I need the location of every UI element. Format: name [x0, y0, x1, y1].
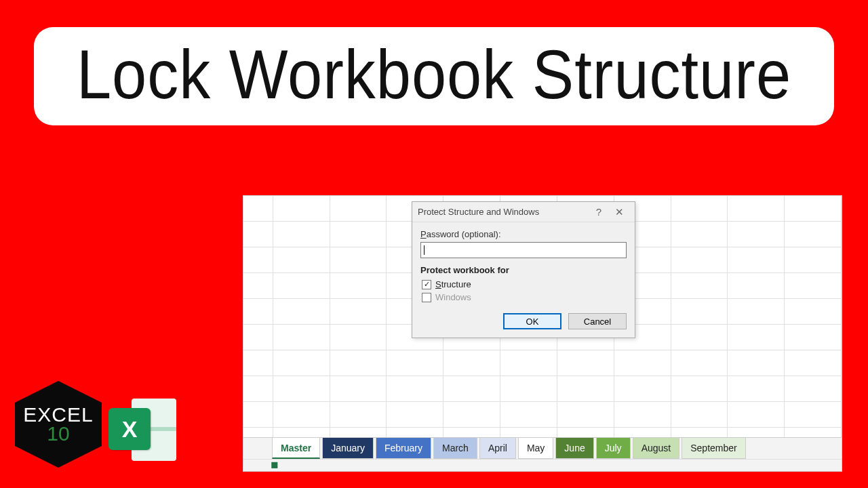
- structure-checkbox-label: Structure: [435, 279, 471, 289]
- grid-cell[interactable]: [728, 299, 785, 325]
- password-input[interactable]: [420, 242, 627, 258]
- grid-cell[interactable]: [243, 350, 273, 376]
- grid-cell[interactable]: [443, 350, 500, 376]
- grid-cell[interactable]: [728, 376, 785, 402]
- grid-cell[interactable]: [443, 376, 500, 402]
- grid-cell[interactable]: [728, 247, 785, 273]
- grid-cell[interactable]: [330, 273, 387, 299]
- grid-cell[interactable]: [728, 196, 785, 222]
- grid-cell[interactable]: [500, 376, 557, 402]
- help-icon[interactable]: ?: [589, 206, 609, 218]
- sheet-tab-april[interactable]: April: [479, 438, 516, 459]
- grid-cell[interactable]: [785, 402, 842, 428]
- grid-cell[interactable]: [330, 247, 387, 273]
- sheet-tab-master[interactable]: Master: [272, 438, 320, 459]
- grid-cell[interactable]: [728, 273, 785, 299]
- sheet-tab-march[interactable]: March: [433, 438, 477, 459]
- grid-cell[interactable]: [330, 350, 387, 376]
- grid-cell[interactable]: [557, 402, 614, 428]
- grid-cell[interactable]: [273, 325, 330, 350]
- dialog-body: Password (optional): Protect workbook fo…: [412, 222, 635, 338]
- grid-cell[interactable]: [330, 325, 387, 350]
- grid-cell[interactable]: [243, 376, 273, 402]
- sheet-tabs-bar: MasterJanuaryFebruaryMarchAprilMayJuneJu…: [243, 437, 842, 459]
- grid-cell[interactable]: [387, 350, 443, 376]
- grid-cell[interactable]: [330, 402, 387, 428]
- grid-row: [243, 402, 842, 428]
- grid-cell[interactable]: [785, 350, 842, 376]
- grid-cell[interactable]: [243, 247, 273, 273]
- protect-for-label: Protect workbook for: [420, 265, 627, 275]
- sheet-tab-july[interactable]: July: [596, 438, 631, 459]
- excel-x-icon: X: [108, 408, 151, 450]
- grid-cell[interactable]: [785, 247, 842, 273]
- grid-cell[interactable]: [614, 402, 671, 428]
- sheet-tab-february[interactable]: February: [376, 438, 431, 459]
- grid-cell[interactable]: [273, 222, 330, 247]
- grid-cell[interactable]: [243, 273, 273, 299]
- grid-cell[interactable]: [443, 402, 500, 428]
- grid-cell[interactable]: [273, 196, 330, 222]
- grid-cell[interactable]: [500, 350, 557, 376]
- sheet-tab-january[interactable]: January: [322, 438, 374, 459]
- grid-cell[interactable]: [243, 222, 273, 247]
- grid-cell[interactable]: [387, 402, 443, 428]
- grid-cell[interactable]: [785, 273, 842, 299]
- sheet-tab-september[interactable]: September: [682, 438, 745, 459]
- grid-cell[interactable]: [671, 273, 728, 299]
- sheet-tab-august[interactable]: August: [633, 438, 680, 459]
- excel-app-icon: X: [108, 396, 176, 464]
- grid-cell[interactable]: [728, 350, 785, 376]
- grid-cell[interactable]: [387, 376, 443, 402]
- grid-cell[interactable]: [273, 299, 330, 325]
- grid-cell[interactable]: [500, 402, 557, 428]
- grid-cell[interactable]: [785, 325, 842, 350]
- grid-cell[interactable]: [273, 402, 330, 428]
- grid-cell[interactable]: [728, 402, 785, 428]
- grid-cell[interactable]: [273, 350, 330, 376]
- dialog-title: Protect Structure and Windows: [418, 207, 589, 217]
- accessibility-icon: ◼: [271, 459, 279, 470]
- windows-checkbox: [422, 293, 431, 302]
- grid-cell[interactable]: [273, 376, 330, 402]
- structure-checkbox-row[interactable]: Structure: [422, 279, 627, 289]
- dialog-buttons: OK Cancel: [420, 313, 627, 329]
- grid-cell[interactable]: [243, 196, 273, 222]
- grid-cell[interactable]: [557, 350, 614, 376]
- grid-cell[interactable]: [785, 299, 842, 325]
- grid-cell[interactable]: [671, 402, 728, 428]
- grid-cell[interactable]: [243, 402, 273, 428]
- grid-cell[interactable]: [671, 350, 728, 376]
- grid-cell[interactable]: [614, 376, 671, 402]
- grid-cell[interactable]: [330, 196, 387, 222]
- grid-cell[interactable]: [671, 376, 728, 402]
- grid-cell[interactable]: [785, 196, 842, 222]
- page-title: Lock Workbook Structure: [61, 36, 807, 115]
- grid-cell[interactable]: [243, 299, 273, 325]
- grid-cell[interactable]: [785, 222, 842, 247]
- grid-cell[interactable]: [671, 299, 728, 325]
- sheet-tab-may[interactable]: May: [518, 438, 553, 459]
- grid-cell[interactable]: [273, 273, 330, 299]
- grid-cell[interactable]: [330, 222, 387, 247]
- cancel-button[interactable]: Cancel: [568, 313, 627, 329]
- grid-cell[interactable]: [330, 299, 387, 325]
- sheet-tab-june[interactable]: June: [555, 438, 593, 459]
- grid-cell[interactable]: [243, 325, 273, 350]
- grid-cell[interactable]: [671, 222, 728, 247]
- protect-structure-dialog: Protect Structure and Windows ? ✕ Passwo…: [412, 201, 635, 338]
- grid-cell[interactable]: [728, 325, 785, 350]
- ok-button[interactable]: OK: [503, 313, 561, 329]
- structure-checkbox[interactable]: [422, 280, 431, 289]
- grid-cell[interactable]: [671, 196, 728, 222]
- grid-cell[interactable]: [785, 376, 842, 402]
- close-icon[interactable]: ✕: [609, 206, 629, 218]
- grid-cell[interactable]: [671, 325, 728, 350]
- grid-cell[interactable]: [273, 247, 330, 273]
- grid-cell[interactable]: [728, 222, 785, 247]
- grid-cell[interactable]: [330, 376, 387, 402]
- grid-cell[interactable]: [614, 350, 671, 376]
- status-bar: ◼: [243, 459, 842, 471]
- grid-cell[interactable]: [671, 247, 728, 273]
- grid-cell[interactable]: [557, 376, 614, 402]
